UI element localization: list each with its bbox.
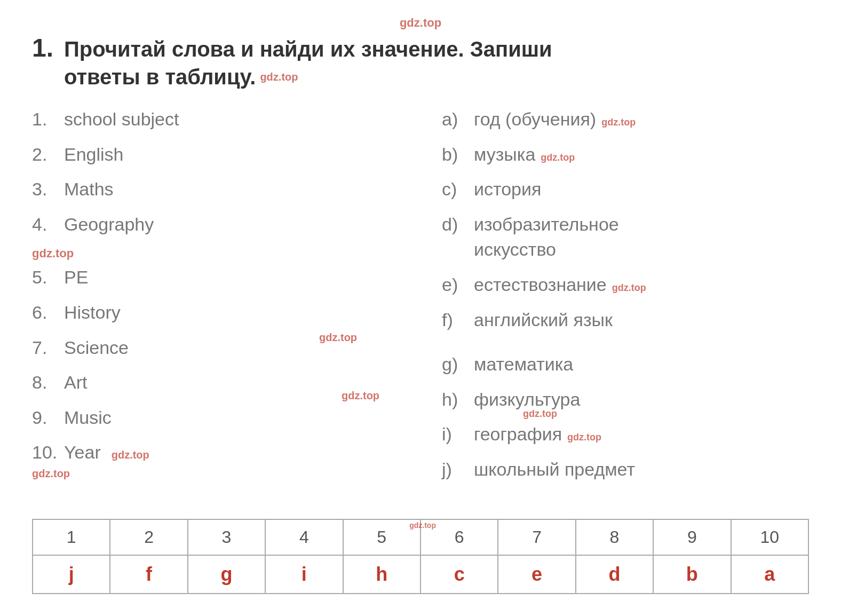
match-meaning: английский язык [474,307,613,333]
list-item: 10. Year [32,440,101,465]
table-header-cell: 10 [731,519,808,555]
list-item: 4. Geography [32,212,399,238]
match-meaning: естествознание [474,272,607,298]
match-meaning: школьный предмет [474,457,635,483]
item-number: 4. [32,212,64,238]
watermark-left2: gdz.top [112,449,149,461]
item-number: 7. [32,335,64,361]
match-letter: b) [442,142,474,168]
task-title-line1: Прочитай слова и найди их значение. Запи… [64,35,552,63]
task-header: 1. Прочитай слова и найди их значение. З… [32,35,809,91]
table-header-cell: 8 [576,519,653,555]
answer-table-section: 1 2 3 4 5 gdz.top 6 7 8 9 10 j f g i h c… [32,519,809,594]
table-answer-cell: c [420,555,498,594]
top-watermark: gdz.top [400,16,441,29]
list-item: 5. PE [32,265,399,290]
table-answer-cell: b [653,555,731,594]
match-item-d: d) изобразительное искусство [442,212,809,263]
match-meaning: история [474,177,541,202]
item-word: Geography [64,212,154,238]
item-word: Maths [64,177,114,202]
item-number: 9. [32,405,64,431]
match-letter: f) [442,307,474,333]
match-letter: e) [442,272,474,298]
match-meaning: музыка [474,142,535,168]
table-header-cell: 9 [653,519,731,555]
match-meaning: математика [474,352,573,377]
left-column: 1. school subject 2. English 3. Maths 4.… [32,107,420,492]
match-letter: c) [442,177,474,202]
task-title-line2: ответы в таблицу. [64,63,256,91]
match-item: j) школьный предмет [442,457,809,483]
item-word: school subject [64,107,179,132]
match-meaning: география [474,422,562,447]
item-word: English [64,142,124,168]
watermark-bottom-left: gdz.top [32,468,70,479]
item-number: 10. [32,440,64,465]
watermark-right4: gdz.top [567,432,601,443]
table-header-cell: 3 [188,519,265,555]
item-word: PE [64,265,88,290]
table-answer-cell: f [110,555,187,594]
table-header-cell: 4 [265,519,343,555]
list-item: 1. school subject [32,107,399,132]
table-answer-row: j f g i h c e d b a [33,555,808,594]
table-answer-cell: g [188,555,265,594]
item-word: Art [64,370,87,396]
item-number: 1. [32,107,64,132]
item-number: 2. [32,142,64,168]
match-item: f) английский язык [442,307,809,333]
content-area: 1. school subject 2. English 3. Maths 4.… [32,107,809,492]
match-item: g) математика [442,352,573,377]
answer-table: 1 2 3 4 5 gdz.top 6 7 8 9 10 j f g i h c… [32,519,809,594]
watermark-near-f: gdz.top [523,408,557,419]
item-number: 6. [32,300,64,326]
list-item: 3. Maths [32,177,399,202]
title-watermark: gdz.top [260,71,298,83]
item-word: Science [64,335,129,361]
match-item: e) естествознание [442,272,607,298]
match-letter: a) [442,107,474,132]
item-number: 5. [32,265,64,290]
match-item: a) год (обучения) [442,107,596,132]
table-answer-cell: d [576,555,653,594]
table-header-cell: 1 [33,519,110,555]
table-answer-cell: i [265,555,343,594]
list-item: 6. History [32,300,399,326]
watermark-table: gdz.top [409,521,436,530]
right-column: a) год (обучения) gdz.top b) музыка gdz.… [420,107,809,492]
table-header-row: 1 2 3 4 5 gdz.top 6 7 8 9 10 [33,519,808,555]
item-word: Year [64,440,101,465]
item-word: History [64,300,121,326]
table-answer-cell: h [343,555,420,594]
match-item: i) география [442,422,562,447]
match-letter: h) [442,387,474,413]
item-word: Music [64,405,112,431]
watermark-center: gdz.top [319,331,357,344]
match-meaning-d1: изобразительное [474,212,619,238]
match-meaning: год (обучения) [474,107,596,132]
watermark-center-science: gdz.top [342,390,379,401]
watermark-right1: gdz.top [601,117,636,128]
watermark-left1: gdz.top [32,247,74,260]
list-item: 2. English [32,142,399,168]
match-letter: i) [442,422,474,447]
match-item: h) физкультура [442,387,809,413]
match-item: b) музыка [442,142,535,168]
table-header-cell: 5 gdz.top [343,519,420,555]
watermark-right3: gdz.top [612,282,646,294]
match-letter: j) [442,457,474,483]
table-header-cell: 7 [498,519,575,555]
table-answer-cell: a [731,555,808,594]
task-number: 1. [32,35,53,61]
item-number: 8. [32,370,64,396]
watermark-right2: gdz.top [541,152,575,163]
list-item: 9. Music [32,405,399,431]
match-item: c) история [442,177,809,202]
match-meaning-d2: искусство [474,237,619,263]
table-header-cell: 2 [110,519,187,555]
match-letter: d) [442,212,474,238]
table-answer-cell: e [498,555,575,594]
match-letter: g) [442,352,474,377]
item-number: 3. [32,177,64,202]
